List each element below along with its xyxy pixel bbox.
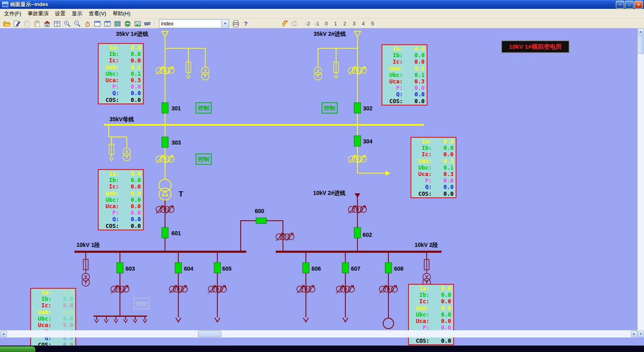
breaker-601-label: 601: [171, 230, 181, 236]
zoom-level-button[interactable]: 1: [331, 21, 340, 27]
horizontal-scrollbar[interactable]: ◄ ►: [0, 330, 638, 338]
edit-icon[interactable]: [12, 19, 22, 28]
breaker-608-label: 608: [394, 265, 404, 272]
measurement-label: P:: [101, 209, 119, 216]
measurement-row: Ic:0.0: [411, 298, 451, 304]
zoom-out-icon[interactable]: [72, 19, 82, 28]
measurement-row: Uca:0.3: [413, 171, 454, 177]
zoom-level-button[interactable]: 4: [359, 21, 368, 27]
control-button-301[interactable]: 控制: [196, 103, 211, 113]
minimize-button[interactable]: –: [616, 1, 624, 8]
measurement-label: Uab:: [101, 64, 119, 70]
open-icon[interactable]: [2, 19, 12, 28]
measurement-value: 0.0: [441, 285, 451, 292]
zoom-level-button[interactable]: 2: [340, 21, 349, 27]
menu-item[interactable]: 查看(V): [86, 9, 109, 19]
measurement-label: Ubc:: [101, 197, 119, 203]
measurement-row: Ic:0.0: [413, 151, 454, 157]
control-button-302[interactable]: 控制: [322, 103, 337, 113]
breaker-606[interactable]: [303, 263, 309, 273]
vertical-scrollbar[interactable]: ▲ ▼: [638, 28, 644, 338]
view-full-icon[interactable]: [112, 19, 122, 28]
toolbar: WF index ▼ ? -2-1012345: [0, 19, 644, 29]
measurement-label: Q:: [384, 91, 403, 97]
view-split-icon[interactable]: [102, 19, 112, 28]
measurement-row: Ubc:0.0: [33, 315, 73, 322]
view-select[interactable]: index ▼: [159, 19, 229, 28]
measurement-value: 0.1: [415, 72, 425, 78]
flash-icon[interactable]: [279, 19, 289, 28]
distribution-arrows: [95, 316, 147, 323]
zoom-level-button[interactable]: -1: [312, 21, 322, 27]
breaker-606-label: 606: [312, 265, 321, 272]
measurement-label: Ib:: [33, 296, 52, 302]
pan-hand-icon[interactable]: [82, 19, 92, 28]
breaker-302[interactable]: [354, 103, 361, 113]
breaker-600[interactable]: [256, 218, 266, 224]
chevron-down-icon[interactable]: ▼: [221, 20, 229, 27]
zoom-level-buttons: -2-1012345: [303, 21, 377, 27]
measurement-value: 0.0: [441, 298, 451, 304]
breaker-304[interactable]: [354, 136, 361, 146]
measurement-panel-304: Ia:0.0Ib:0.0Ic:0.0Uab:0.2Ubc:0.1Uca:0.3P…: [411, 137, 456, 198]
print-icon[interactable]: [231, 19, 241, 28]
measurement-value: 0.0: [63, 289, 73, 296]
taskbar: [0, 346, 644, 352]
scroll-left-icon[interactable]: ◄: [0, 331, 7, 337]
menu-item[interactable]: 设置: [52, 9, 69, 19]
breaker-601[interactable]: [162, 228, 168, 238]
breaker-605[interactable]: [214, 263, 221, 273]
paste-icon: [32, 19, 42, 28]
horizontal-scroll-thumb[interactable]: [198, 331, 221, 337]
measurement-value: 0.0: [63, 315, 73, 322]
zoom-level-button[interactable]: 0: [322, 21, 331, 27]
title-bar[interactable]: 画面显示--index – □ ×: [0, 0, 644, 9]
control-label: 控制: [136, 300, 147, 307]
maximize-button[interactable]: □: [625, 1, 634, 8]
measurement-label: Ubc:: [411, 311, 429, 318]
measurement-value: 0.0: [131, 57, 141, 64]
diagram-canvas[interactable]: 控制 控制 控制 控制 35kV 1#进线 35kV 2#进线: [0, 28, 644, 346]
menu-item[interactable]: 帮助(H): [109, 9, 134, 19]
close-button[interactable]: ×: [634, 1, 643, 8]
scroll-right-icon[interactable]: ►: [631, 331, 638, 337]
start-button[interactable]: [0, 346, 35, 352]
single-line-diagram: 控制 控制 控制 控制 35kV 1#进线 35kV 2#进线: [0, 28, 638, 346]
scroll-down-icon[interactable]: ▼: [638, 331, 644, 338]
breaker-602[interactable]: [354, 228, 361, 238]
view-normal-icon[interactable]: [92, 19, 102, 28]
grid-icon[interactable]: [52, 19, 62, 28]
breaker-608[interactable]: [385, 263, 392, 273]
control-button-303[interactable]: 控制: [196, 154, 211, 164]
vertical-scroll-thumb[interactable]: [638, 35, 644, 54]
breaker-301[interactable]: [162, 103, 168, 113]
wf-icon[interactable]: WF: [142, 19, 153, 28]
measurement-label: Q:: [413, 184, 432, 190]
breaker-603-label: 603: [126, 265, 135, 272]
scroll-up-icon[interactable]: ▲: [638, 28, 644, 35]
breaker-603[interactable]: [117, 263, 123, 273]
menu-bar: 文件(F)事故重演设置显示查看(V)帮助(H): [0, 9, 644, 19]
station-title-text: 10kV 1#模拟变电所: [509, 43, 562, 51]
help-icon[interactable]: ?: [241, 19, 251, 28]
control-button-603[interactable]: 控制: [134, 298, 149, 309]
measurement-label: Ubc:: [384, 72, 403, 78]
layers-icon[interactable]: [122, 19, 132, 28]
breaker-303[interactable]: [162, 137, 168, 147]
menu-item[interactable]: 事故重演: [25, 9, 52, 19]
measurement-label: COS:: [384, 98, 403, 104]
home-icon[interactable]: [42, 19, 52, 28]
menu-item[interactable]: 文件(F): [1, 9, 25, 19]
measurement-row: P:0.0: [101, 209, 141, 216]
line10-2-label: 10kV 2#进线: [313, 190, 345, 196]
zoom-in-icon[interactable]: [62, 19, 72, 28]
breaker-607[interactable]: [342, 263, 349, 273]
menu-item[interactable]: 显示: [69, 9, 86, 19]
zoom-level-button[interactable]: 5: [368, 21, 377, 27]
measurement-row: COS:0.0: [101, 223, 141, 229]
zoom-level-button[interactable]: -2: [303, 21, 312, 27]
image-icon[interactable]: [132, 19, 142, 28]
breaker-604[interactable]: [175, 263, 182, 273]
measurement-row: COS:0.0: [413, 190, 454, 197]
zoom-level-button[interactable]: 3: [349, 21, 359, 27]
